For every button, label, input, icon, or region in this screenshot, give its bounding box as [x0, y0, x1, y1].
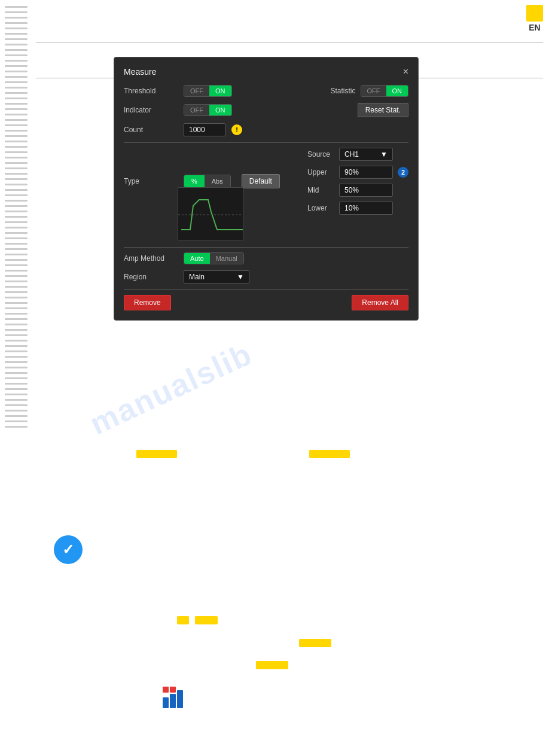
- svg-rect-1: [163, 687, 169, 693]
- threshold-off-button[interactable]: OFF: [184, 86, 209, 96]
- sidebar-line: [5, 65, 28, 67]
- sidebar-line: [5, 157, 28, 158]
- threshold-label: Threshold: [124, 87, 178, 95]
- reset-stat-button[interactable]: Reset Stat.: [358, 103, 408, 117]
- type-percent-button[interactable]: %: [184, 175, 205, 187]
- default-button[interactable]: Default: [242, 174, 280, 188]
- type-abs-button[interactable]: Abs: [205, 175, 230, 187]
- sidebar-line: [5, 135, 28, 137]
- sidebar-line: [5, 216, 28, 218]
- sidebar-line: [5, 426, 28, 428]
- measure-dialog: Measure × Threshold OFF ON Statistic OFF…: [114, 57, 419, 321]
- sidebar-line: [5, 415, 28, 417]
- sidebar-line: [5, 81, 28, 83]
- sidebar-line: [5, 361, 28, 363]
- mid-input[interactable]: [339, 184, 393, 197]
- source-area: Source CH1 ▼ Upper 2 Mid Lower: [307, 148, 408, 215]
- region-dropdown-icon: ▼: [237, 273, 244, 281]
- source-select[interactable]: CH1 ▼: [339, 148, 393, 161]
- close-button[interactable]: ×: [403, 67, 408, 77]
- sidebar-line: [5, 227, 28, 228]
- highlight-3: [136, 450, 177, 458]
- sidebar-line: [5, 87, 28, 89]
- indicator-label: Indicator: [124, 106, 178, 114]
- sidebar-line: [5, 270, 28, 272]
- sidebar-line: [5, 141, 28, 142]
- statistic-on-button[interactable]: ON: [386, 86, 408, 96]
- remove-button[interactable]: Remove: [124, 295, 171, 310]
- region-label: Region: [124, 273, 178, 281]
- lower-input[interactable]: [339, 202, 393, 215]
- source-label: Source: [307, 150, 334, 158]
- upper-row: Upper 2: [307, 166, 408, 179]
- sidebar-line: [5, 286, 28, 288]
- highlight-6: [195, 616, 218, 624]
- dialog-title: Measure: [124, 67, 156, 77]
- amp-manual-button[interactable]: Manual: [210, 253, 243, 264]
- threshold-row: Threshold OFF ON Statistic OFF ON: [124, 85, 408, 97]
- sidebar-line: [5, 404, 28, 406]
- sidebar-line: [5, 44, 28, 45]
- amp-method-label: Amp Method: [124, 254, 178, 263]
- statistic-toggle[interactable]: OFF ON: [361, 85, 409, 97]
- indicator-row: Indicator OFF ON Reset Stat.: [124, 103, 408, 117]
- indicator-on-button[interactable]: ON: [209, 105, 231, 115]
- statistic-label: Statistic: [330, 87, 355, 95]
- sidebar-line: [5, 184, 28, 185]
- count-input[interactable]: [184, 123, 225, 136]
- sidebar-line: [5, 420, 28, 422]
- sidebar-line: [5, 324, 28, 325]
- dialog-header: Measure ×: [124, 67, 408, 77]
- threshold-toggle[interactable]: OFF ON: [184, 85, 232, 97]
- amp-auto-button[interactable]: Auto: [184, 253, 210, 264]
- region-select[interactable]: Main ▼: [184, 270, 249, 284]
- sidebar-line: [5, 297, 28, 298]
- top-divider: [36, 42, 543, 42]
- upper-label: Upper: [307, 168, 334, 176]
- sidebar-line: [5, 28, 28, 29]
- sidebar-line: [5, 17, 28, 19]
- sidebar-line: [5, 291, 28, 293]
- sidebar-line: [5, 281, 28, 282]
- highlight-7: [299, 639, 331, 647]
- sidebar-line: [5, 200, 28, 202]
- sidebar-line: [5, 367, 28, 368]
- upper-input[interactable]: [339, 166, 393, 179]
- highlight-8: [256, 661, 288, 669]
- amp-method-toggle[interactable]: Auto Manual: [184, 252, 244, 264]
- separator-1: [124, 142, 408, 143]
- sidebar-line: [5, 167, 28, 169]
- indicator-off-button[interactable]: OFF: [184, 105, 209, 115]
- dropdown-arrow-icon: ▼: [380, 150, 388, 158]
- svg-rect-2: [170, 687, 176, 693]
- sidebar-line: [5, 259, 28, 261]
- source-value: CH1: [344, 150, 359, 158]
- remove-all-button[interactable]: Remove All: [352, 295, 408, 310]
- type-label: Type: [124, 177, 178, 185]
- sidebar-line: [5, 248, 28, 250]
- statistic-off-button[interactable]: OFF: [361, 86, 386, 96]
- sidebar-line: [5, 205, 28, 207]
- upper-info-icon: 2: [398, 167, 408, 178]
- sidebar-line: [5, 377, 28, 379]
- watermark: manualslib: [84, 336, 258, 442]
- highlight-4: [309, 450, 350, 458]
- threshold-on-button[interactable]: ON: [209, 86, 231, 96]
- sidebar-line: [5, 54, 28, 56]
- sidebar-line: [5, 178, 28, 180]
- type-toggle[interactable]: % Abs: [184, 175, 231, 188]
- sidebar-line: [5, 151, 28, 153]
- language-block: EN: [526, 5, 543, 32]
- chart-icon: [163, 687, 187, 708]
- sidebar-line: [5, 130, 28, 132]
- sidebar-line: [5, 38, 28, 40]
- sidebar-line: [5, 124, 28, 126]
- indicator-toggle[interactable]: OFF ON: [184, 104, 232, 116]
- sidebar-line: [5, 410, 28, 411]
- count-info-icon: !: [231, 124, 242, 135]
- sidebar-line: [5, 108, 28, 110]
- statistic-row: Statistic OFF ON: [330, 85, 408, 97]
- sidebar-line: [5, 356, 28, 358]
- bottom-icon-group: [163, 687, 187, 708]
- sidebar-line: [5, 221, 28, 223]
